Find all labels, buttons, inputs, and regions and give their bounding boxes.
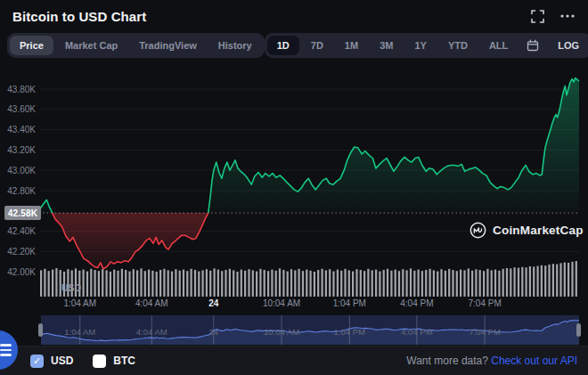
volume-bar [437, 272, 438, 297]
y-axis-tick: 43.40K [7, 125, 36, 135]
volume-bar [421, 271, 423, 297]
volume-bar [372, 270, 373, 297]
navigator-tick-label: 10:04 AM [264, 327, 299, 337]
volume-bar [317, 270, 319, 297]
volume-bar [340, 271, 342, 297]
x-axis-tick: 24 [208, 298, 219, 308]
chart-navigator[interactable]: 1:04 AM4:04 AM2410:04 AM1:04 PM4:04 PM7:… [0, 314, 588, 346]
volume-bar [306, 270, 307, 297]
navigator-handle-right[interactable] [576, 323, 581, 337]
volume-bar [140, 268, 142, 297]
volume-bar [387, 269, 388, 297]
volume-bar [571, 262, 573, 297]
volume-bar [186, 271, 188, 297]
volume-bar [159, 270, 161, 297]
volume-bar [264, 270, 265, 297]
x-axis-tick: 7:04 PM [469, 298, 502, 308]
volume-bar [406, 270, 408, 297]
navigator-tick-label: 4:04 AM [136, 327, 167, 337]
btc-toggle[interactable]: BTC [93, 355, 135, 368]
volume-bar [491, 270, 493, 297]
volume-bar [483, 271, 485, 297]
volume-bar [94, 270, 96, 297]
volume-bar [541, 265, 543, 297]
volume-bar [363, 271, 365, 297]
volume-bar [44, 269, 45, 297]
volume-bar [518, 268, 519, 297]
usd-toggle[interactable]: ✓ USD [30, 355, 73, 368]
volume-bar [379, 272, 380, 297]
navigator-handle-left[interactable] [38, 323, 43, 337]
y-axis-tick: 42.00K [7, 267, 36, 277]
volume-bar [452, 270, 453, 297]
volume-bar [568, 263, 569, 297]
volume-bar [163, 269, 165, 297]
volume-bar [375, 270, 377, 297]
volume-bar [456, 271, 458, 297]
volume-bar [175, 269, 176, 297]
volume-bar [429, 269, 431, 297]
area-fill-down [40, 78, 579, 269]
volume-bar [556, 265, 558, 297]
volume-bar [460, 270, 461, 297]
volume-bar [352, 272, 354, 297]
volume-bar [128, 272, 130, 297]
y-axis-tick: 42.20K [7, 247, 36, 257]
volume-bar [337, 270, 339, 297]
volume-bar [325, 270, 327, 297]
volume-bar [310, 271, 312, 297]
volume-bar [191, 269, 192, 297]
volume-bar [298, 269, 300, 297]
volume-bar [98, 271, 100, 297]
volume-bar [287, 272, 289, 297]
volume-bar [275, 271, 277, 297]
btc-checkbox-unchecked[interactable] [93, 355, 106, 368]
y-axis-tick: 43.00K [7, 166, 36, 175]
volume-bar [110, 272, 111, 297]
volume-bar [198, 272, 200, 297]
volume-bar [244, 271, 246, 297]
volume-bar [367, 269, 369, 297]
volume-bar [360, 270, 362, 297]
footer-bar: ✓ USD BTC Want more data? Check out our … [0, 346, 588, 375]
volume-bar [471, 271, 473, 297]
x-axis-tick: 1:04 PM [333, 298, 366, 308]
volume-bar [102, 269, 103, 297]
volume-bar [576, 261, 577, 297]
volume-bar [502, 269, 504, 297]
volume-bar [290, 269, 292, 297]
volume-bar [236, 272, 238, 297]
volume-bar [552, 264, 554, 297]
price-chart[interactable]: 43.80K43.60K43.40K43.20K43.00K42.80K42.4… [0, 0, 588, 314]
volume-bar [86, 272, 88, 297]
volume-bar [156, 272, 158, 297]
volume-bar [229, 269, 231, 297]
volume-bar [144, 271, 146, 297]
y-axis-unit-label: USD [61, 282, 82, 293]
volume-bar [559, 263, 561, 297]
volume-bar [418, 270, 420, 297]
x-axis-tick: 10:04 AM [263, 298, 300, 308]
api-link[interactable]: Check out our API [491, 355, 577, 367]
volume-bar [117, 271, 118, 297]
volume-bar [514, 267, 516, 297]
volume-bar [410, 268, 412, 297]
y-axis-tick: 43.60K [7, 104, 36, 114]
usd-checkbox-checked[interactable]: ✓ [30, 355, 44, 368]
volume-bar [533, 266, 535, 297]
coinmarketcap-logo-icon [470, 222, 486, 239]
volume-bar [402, 269, 404, 297]
volume-bar [214, 268, 216, 297]
watermark-text: CoinMarketCap [493, 224, 584, 237]
volume-bar [209, 271, 211, 297]
navigator-tick-label: 1:04 AM [64, 327, 95, 337]
volume-bar [183, 270, 184, 297]
volume-bar [221, 271, 223, 297]
volume-bar [179, 271, 181, 297]
volume-bar [151, 271, 153, 297]
volume-bar [171, 272, 173, 297]
volume-bar [433, 270, 435, 297]
x-axis-tick: 4:04 AM [135, 298, 168, 308]
volume-bar [90, 269, 92, 297]
volume-bar [564, 263, 566, 297]
